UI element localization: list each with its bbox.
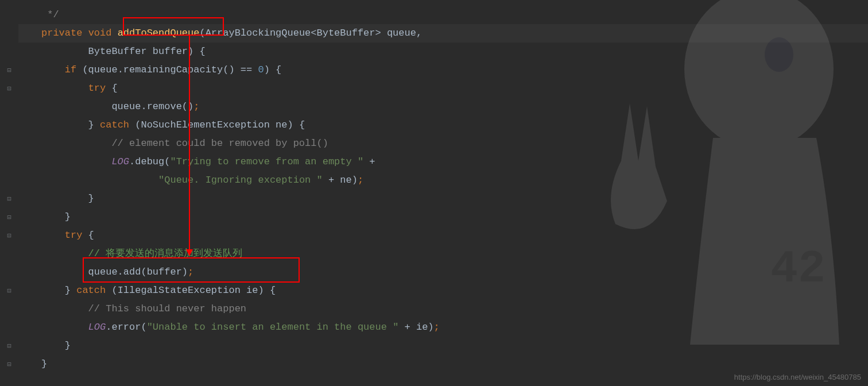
string-literal: "Unable to insert an element in the queu… (147, 322, 399, 333)
code-line: } catch (NoSuchElementException ne) { (18, 116, 868, 134)
code-text: (IllegalStateException ie) { (106, 285, 276, 296)
comment-text: // 将要发送的消息添加到发送队列 (41, 248, 242, 259)
gutter: ⊟ ⊟ ⊟ ⊟ ⊟ ⊟ ⊟ ⊟ (0, 0, 18, 386)
code-text: .error( (106, 322, 146, 333)
code-line: LOG.error("Unable to insert an element i… (18, 318, 868, 337)
code-line: if (queue.remainingCapacity() == 0) { (18, 61, 868, 79)
keyword: try (65, 230, 83, 241)
code-text: ByteBuffer buffer) { (41, 46, 206, 57)
code-line: queue.remove(); (18, 98, 868, 116)
code-text: { (106, 83, 117, 94)
comment-text: // This should never happen (41, 303, 246, 314)
code-text: + ne) (323, 175, 358, 186)
code-text: queue.add(buffer) (41, 267, 188, 277)
fold-icon[interactable]: ⊟ (5, 61, 14, 79)
comment-text: */ (41, 9, 59, 20)
method-name: addToSendQueue (118, 28, 200, 38)
code-text: .debug( (129, 156, 170, 167)
string-literal: "Trying to remove from an empty " (170, 156, 363, 167)
code-line: // 将要发送的消息添加到发送队列 (18, 245, 868, 263)
keyword: if (65, 64, 76, 75)
static-field: LOG (111, 156, 129, 167)
gutter-row (5, 24, 14, 43)
watermark-text: https://blog.csdn.net/weixin_45480785 (734, 373, 861, 381)
code-line: ByteBuffer buffer) { (18, 43, 868, 61)
code-line: } (18, 355, 868, 373)
code-text: } (41, 285, 76, 296)
keyword: void (88, 28, 112, 38)
string-literal: "Queue. Ignoring exception " (158, 175, 323, 186)
fold-icon[interactable]: ⊟ (5, 79, 14, 98)
keyword: try (88, 83, 106, 94)
fold-icon[interactable]: ⊟ (5, 337, 14, 355)
code-line: "Queue. Ignoring exception " + ne); (18, 171, 868, 190)
code-line: try { (18, 79, 868, 98)
code-text: { (82, 230, 94, 241)
gutter-row (5, 116, 14, 134)
code-line: } (18, 337, 868, 355)
code-text: (NoSuchElementException ne) { (129, 119, 305, 130)
code-line: try { (18, 226, 868, 245)
code-text: } (41, 193, 94, 204)
comment-text: // element could be removed by poll() (41, 138, 328, 149)
fold-icon[interactable]: ⊟ (5, 190, 14, 208)
gutter-row (5, 6, 14, 24)
code-line-highlighted: private void addToSendQueue(ArrayBlockin… (18, 24, 868, 43)
code-area[interactable]: */ private void addToSendQueue(ArrayBloc… (18, 0, 868, 386)
code-line: } catch (IllegalStateException ie) { (18, 281, 868, 300)
code-text: queue.remove() (41, 101, 193, 112)
code-line: // This should never happen (18, 300, 868, 318)
semicolon: ; (188, 267, 193, 277)
gutter-row (5, 171, 14, 190)
semicolon: ; (193, 101, 199, 112)
fold-icon[interactable]: ⊟ (5, 281, 14, 300)
gutter-row (5, 245, 14, 263)
code-text: } (41, 119, 100, 130)
gutter-row (5, 153, 14, 171)
fold-icon[interactable]: ⊟ (5, 226, 14, 245)
editor-container: ⊟ ⊟ ⊟ ⊟ ⊟ ⊟ ⊟ ⊟ */ private void addToSen… (0, 0, 868, 386)
code-text: ) { (264, 64, 282, 75)
annotation-arrow-head (186, 249, 193, 256)
gutter-row (5, 134, 14, 153)
code-line: // element could be removed by poll() (18, 134, 868, 153)
gutter-row (5, 43, 14, 61)
static-field: LOG (88, 322, 106, 333)
fold-icon[interactable]: ⊟ (5, 208, 14, 226)
code-line: } (18, 190, 868, 208)
number: 0 (258, 64, 264, 75)
code-line: queue.add(buffer); (18, 263, 868, 281)
code-text: + (363, 156, 375, 167)
fold-icon[interactable]: ⊟ (5, 355, 14, 373)
keyword: private (41, 28, 82, 38)
semicolon: ; (358, 175, 363, 186)
params-text: (ArrayBlockingQueue<ByteBuffer> queue, (199, 28, 422, 38)
keyword: catch (100, 119, 129, 130)
code-text: + ie) (398, 322, 433, 333)
code-text: } (41, 358, 47, 369)
code-text: (queue.remainingCapacity() == (76, 64, 258, 75)
gutter-row (5, 98, 14, 116)
code-line: LOG.debug("Trying to remove from an empt… (18, 153, 868, 171)
gutter-row (5, 300, 14, 318)
semicolon: ; (434, 322, 440, 333)
annotation-arrow-line (189, 36, 190, 249)
gutter-row (5, 318, 14, 337)
code-text: } (41, 211, 71, 222)
keyword: catch (76, 285, 106, 296)
gutter-row (5, 263, 14, 281)
code-line: } (18, 208, 868, 226)
code-text: } (41, 340, 71, 351)
code-line: */ (18, 6, 868, 24)
